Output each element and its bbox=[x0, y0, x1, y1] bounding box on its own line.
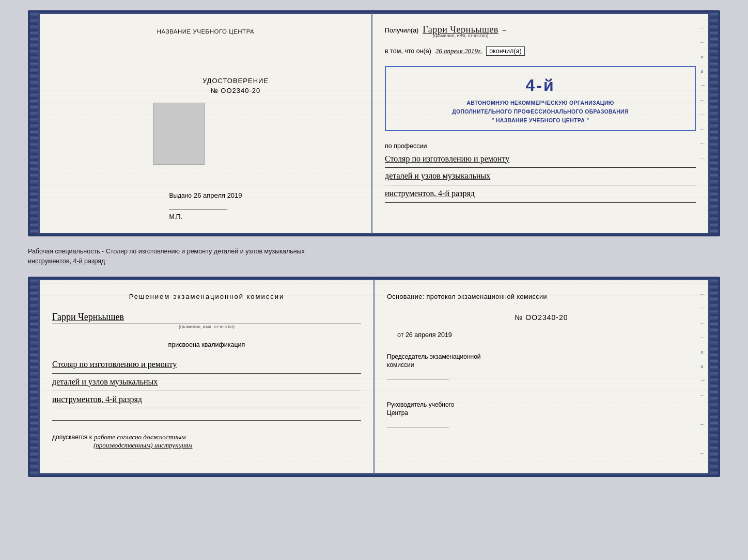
osnovanie-label: Основание: протокол экзаменационной коми… bbox=[387, 293, 547, 300]
dopusk-prefix: допускается к bbox=[52, 434, 92, 441]
profession-line1: Столяр по изготовлению и ремонту bbox=[385, 152, 696, 167]
stamp-line2: ДОПОЛНИТЕЛЬНОГО ПРОФЕССИОНАЛЬНОГО ОБРАЗО… bbox=[393, 107, 688, 116]
ot-label: от bbox=[397, 331, 403, 339]
qual-line3: инструментов, 4-й разряд bbox=[52, 392, 361, 407]
vydano-label: Выдано bbox=[169, 192, 192, 199]
lower-right-page: Основание: протокол экзаменационной коми… bbox=[374, 279, 710, 475]
protocol-number: № OO2340-20 bbox=[515, 313, 568, 322]
dopusk-text2: (производственным) инструкциям bbox=[93, 441, 193, 449]
lower-name: Гарри Черньышев bbox=[52, 312, 361, 323]
rukovoditel-title: Руководитель учебного bbox=[387, 400, 696, 409]
udost-title: УДОСТОВЕРЕНИЕ bbox=[202, 77, 269, 85]
qual-line2: деталей и узлов музыкальных bbox=[52, 375, 361, 390]
udost-number: № OO2340-20 bbox=[202, 87, 269, 94]
dopusk-text: работе согласно должностным bbox=[94, 433, 186, 441]
info-text-line2: инструментов, 4-й разряд bbox=[28, 257, 720, 266]
date-value: 26 апреля 2019г. bbox=[435, 47, 482, 55]
stamp-line3: " НАЗВАНИЕ УЧЕБНОГО ЦЕНТРА " bbox=[393, 116, 688, 125]
lower-left-page: Решением экзаменационной комиссии Гарри … bbox=[38, 279, 374, 475]
upper-right-page: Получил(а) Гарри Черньышев (фамилия, имя… bbox=[372, 12, 710, 234]
predsedatel-title2: комиссии bbox=[387, 361, 696, 369]
poluchil-prefix: Получил(а) bbox=[385, 27, 418, 34]
qual-line1: Столяр по изготовлению и ремонту bbox=[52, 357, 361, 372]
lower-right-cover-strip bbox=[710, 279, 718, 475]
po-professii-label: по профессии bbox=[385, 142, 696, 150]
lower-left-cover-strip bbox=[30, 279, 38, 475]
upper-document: НАЗВАНИЕ УЧЕБНОГО ЦЕНТРА УДОСТОВЕРЕНИЕ №… bbox=[28, 10, 720, 236]
left-cover-strip bbox=[30, 12, 38, 234]
prisvoena-label: присвоена квалификация bbox=[168, 341, 245, 348]
mp-label: М.П. bbox=[169, 213, 242, 220]
photo-placeholder bbox=[153, 103, 205, 165]
okonchil-label: окончил(а) bbox=[486, 46, 524, 56]
ot-date: 26 апреля 2019 bbox=[406, 331, 452, 339]
profession-line3: инструментов, 4-й разряд bbox=[385, 186, 696, 201]
resheniem-title: Решением экзаменационной комиссии bbox=[129, 293, 285, 300]
stamp-block: 4-й АВТОНОМНУЮ НЕКОММЕРЧЕСКУЮ ОРГАНИЗАЦИ… bbox=[385, 66, 696, 131]
stamp-line1: АВТОНОМНУЮ НЕКОММЕРЧЕСКУЮ ОРГАНИЗАЦИЮ bbox=[393, 99, 688, 107]
upper-left-page: НАЗВАНИЕ УЧЕБНОГО ЦЕНТРА УДОСТОВЕРЕНИЕ №… bbox=[38, 12, 372, 234]
predsedatel-title: Председатель экзаменационной bbox=[387, 352, 696, 361]
profession-line2: деталей и узлов музыкальных bbox=[385, 169, 696, 184]
lower-document: Решением экзаменационной комиссии Гарри … bbox=[28, 277, 720, 477]
stamp-grade: 4-й bbox=[393, 72, 688, 99]
vydano-date: 26 апреля 2019 bbox=[194, 191, 242, 199]
right-cover-strip bbox=[710, 12, 718, 234]
rukovoditel-title2: Центра bbox=[387, 409, 696, 417]
info-strip: Рабочая специальность - Столяр по изгото… bbox=[28, 245, 720, 268]
info-text-line1: Рабочая специальность - Столяр по изгото… bbox=[28, 247, 720, 257]
center-title-upper: НАЗВАНИЕ УЧЕБНОГО ЦЕНТРА bbox=[157, 28, 254, 35]
lower-fio-label: (фамилия, имя, отчество) bbox=[52, 324, 361, 329]
vtom-prefix: в том, что он(а) bbox=[385, 47, 431, 55]
